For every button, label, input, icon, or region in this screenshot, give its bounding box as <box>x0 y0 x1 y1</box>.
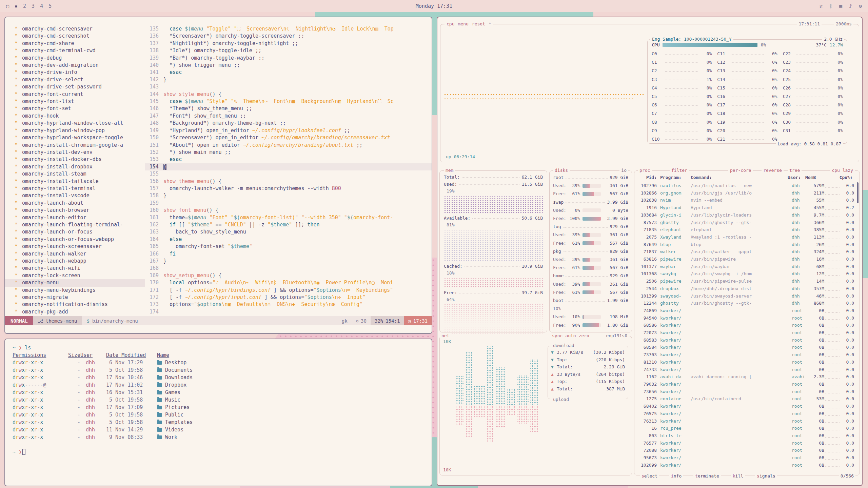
code-line[interactable]: 153 esac <box>145 156 432 163</box>
process-row[interactable]: 1162avahi-daavahi-daemon: running [avahi… <box>638 373 854 381</box>
net-interface[interactable]: enp191s0 <box>604 333 629 338</box>
file-item[interactable]: *omarchy-font-list <box>5 98 145 105</box>
process-row[interactable]: 73656kworker/root0B0.0 <box>638 388 854 395</box>
process-row[interactable]: 74869kworker/root0B0.0 <box>638 307 854 314</box>
screencast-icon[interactable]: ⇄ <box>820 3 823 9</box>
keyboard-layout-icon[interactable]: ▦ <box>839 3 842 9</box>
file-item[interactable]: *omarchy-install-dropbox <box>5 163 145 170</box>
process-row[interactable]: 76313kworker/root0B0.0 <box>638 418 854 425</box>
code-line[interactable]: 163 back_to show_style_menu <box>145 228 432 236</box>
process-row[interactable]: 102638nvimnvim --embeddhh55M0.0 <box>638 197 854 204</box>
file-item[interactable]: *omarchy-dev-add-migration <box>5 62 145 69</box>
file-item[interactable]: *omarchy-debug <box>5 55 145 62</box>
file-item[interactable]: *omarchy-launch-walker <box>5 250 145 258</box>
disks-io-toggle[interactable]: io <box>619 168 628 173</box>
net-mode-sync[interactable]: sync <box>552 333 563 338</box>
code-line[interactable]: 171 [ -f ~/.config/hypr/bindings.conf ] … <box>145 287 432 294</box>
workspace-4[interactable]: 4 <box>40 3 43 9</box>
directory-name[interactable]: Dropbox <box>165 381 186 389</box>
code-line[interactable]: 148 *Background*) omarchy-theme-bg-next … <box>145 120 432 127</box>
directory-name[interactable]: Desktop <box>165 359 186 366</box>
file-item[interactable]: *omarchy-font-set <box>5 105 145 112</box>
process-row[interactable]: 2075XwaylandXwayland :1 -rootless -dhh11… <box>638 233 854 241</box>
code-line[interactable]: 140 *) show_trigger_menu ;; <box>145 62 432 69</box>
process-row[interactable]: 95673kworker/root0B0.0 <box>638 454 854 462</box>
code-line[interactable]: 136 *Screensaver*) omarchy-toggle-screen… <box>145 33 432 40</box>
proc-tab-proc[interactable]: proc <box>638 168 652 173</box>
btop-tab-cpu[interactable]: cpu <box>447 21 454 26</box>
code-line[interactable]: 154} <box>145 163 432 170</box>
code-line[interactable]: 155 <box>145 170 432 178</box>
process-row[interactable]: 1916HyprlandHyprlanddhh455M0.2 <box>638 204 854 211</box>
code-line[interactable]: 147 *Font*) show_font_menu ;; <box>145 113 432 120</box>
btop-tab-menu[interactable]: menu <box>458 21 468 26</box>
code-line[interactable]: 145 case $(menu "Style" "✎ Theme\n✑ Font… <box>145 98 432 105</box>
file-item[interactable]: *omarchy-menu <box>5 279 145 286</box>
process-row[interactable]: 79032kworker/root0B0.0 <box>638 381 854 388</box>
process-row[interactable]: 74733kworker/root0B0.0 <box>638 366 854 373</box>
process-scrollbar[interactable] <box>857 182 859 471</box>
workspace-1-active[interactable]: ▪ <box>15 3 18 9</box>
directory-name[interactable]: Public <box>165 411 183 419</box>
file-item[interactable]: *omarchy-launch-floating-terminal- <box>5 221 145 228</box>
proc-action-kill[interactable]: kill <box>731 473 745 479</box>
refresh-interval[interactable]: 2000ms <box>834 21 853 26</box>
process-row[interactable]: 71837walker/usr/bin/walker --gappldhh324… <box>638 248 854 256</box>
proc-tab-tree[interactable]: tree <box>788 168 802 173</box>
code-line[interactable]: 168 <box>145 265 432 272</box>
process-row[interactable]: 12244ghostty/usr/bin/ghostty --gtk-dhh86… <box>638 300 854 307</box>
code-line[interactable]: 172 [ -f ~/.config/hypr/input.conf ] && … <box>145 294 432 301</box>
code-line[interactable]: 170 local options="♪ Audio\n⌁ Wifi\nᛒ Bl… <box>145 279 432 286</box>
proc-action-signals[interactable]: signals <box>755 473 777 479</box>
process-row[interactable]: 101368swaybg/usr/bin/swaybg -i /homdhh12… <box>638 270 854 278</box>
net-mode-zero[interactable]: zero <box>579 333 589 338</box>
net-mode-auto[interactable]: auto <box>565 333 576 338</box>
code-line[interactable]: 164 else <box>145 236 432 243</box>
code-line[interactable]: 174 <box>145 308 432 316</box>
code-line[interactable]: 157 omarchy-launch-walker -m menus:omarc… <box>145 185 432 192</box>
proc-tab-per-core[interactable]: per-core <box>728 168 753 173</box>
code-line[interactable]: 138 *Idle*) omarchy-toggle-idle ;; <box>145 47 432 54</box>
process-row[interactable]: 68583kworker/root0B0.0 <box>638 337 854 344</box>
file-item[interactable]: *omarchy-notification-dismiss <box>5 301 145 308</box>
process-row[interactable]: 87649btopbtopdhh26M0.0 <box>638 241 854 248</box>
file-item[interactable]: *omarchy-launch-browser <box>5 207 145 214</box>
net-title[interactable]: net <box>440 333 451 338</box>
file-item[interactable]: *omarchy-launch-about <box>5 200 145 207</box>
code-line[interactable]: 141 esac <box>145 69 432 76</box>
file-item[interactable]: *omarchy-cmd-screenshot <box>5 33 145 40</box>
file-item[interactable]: *omarchy-launch-editor <box>5 214 145 221</box>
code-line[interactable]: 149 *Hyprland*) open_in_editor ~/.config… <box>145 127 432 134</box>
code-line[interactable]: 150 *Screensaver*) open_in_editor ~/.con… <box>145 134 432 141</box>
file-item[interactable]: *omarchy-drive-set-password <box>5 83 145 90</box>
code-line[interactable]: 146 *Theme*) show_theme_menu ;; <box>145 105 432 112</box>
directory-name[interactable]: Games <box>165 389 180 396</box>
file-item[interactable]: *omarchy-lock-screen <box>5 272 145 279</box>
active-prompt[interactable]: ~ ❯ <box>13 448 424 456</box>
process-row[interactable]: 68586kworker/root0B0.0 <box>638 322 854 329</box>
file-item[interactable]: *omarchy-launch-screensaver <box>5 243 145 250</box>
code-line[interactable]: 158} <box>145 192 432 199</box>
file-item[interactable]: *omarchy-launch-or-focus-webapp <box>5 236 145 243</box>
process-row[interactable]: 71835elephantelephantdhh385M0.0 <box>638 226 854 233</box>
file-item[interactable]: *omarchy-hook <box>5 113 145 120</box>
process-row[interactable]: 94540kworker/root0B0.0 <box>638 314 854 322</box>
code-line[interactable]: 166 fi <box>145 250 432 258</box>
file-item[interactable]: *omarchy-install-docker-dbs <box>5 156 145 163</box>
code-line[interactable]: 135 case $(menu "Toggle" "⛶ Screensaver\… <box>145 25 432 33</box>
file-item[interactable]: *omarchy-drive-select <box>5 76 145 83</box>
code-line[interactable]: 161 theme=$(menu "Font" "$(omarchy-font-… <box>145 214 432 221</box>
process-row[interactable]: 63816pipewire/usr/bin/pipewiredhh16M0.0 <box>638 256 854 263</box>
process-row[interactable]: 72088kworker/root0B0.0 <box>638 447 854 454</box>
file-item[interactable]: *omarchy-cmd-screensaver <box>5 25 145 33</box>
process-row[interactable]: 102866org.gnom/usr/bin/gjs /usr/lib/odhh… <box>638 189 854 197</box>
process-row[interactable]: 102099kworker/root0B0.0 <box>638 462 854 469</box>
proc-action-terminate[interactable]: terminate <box>693 473 721 479</box>
code-line[interactable]: 143 <box>145 83 432 90</box>
file-item[interactable]: *omarchy-hyprland-workspace-toggle <box>5 134 145 141</box>
code-line[interactable]: 156show_theme_menu() { <box>145 178 432 185</box>
process-row[interactable]: 2544dropbox/home/dhh/.dropbox-distdhh357… <box>638 285 854 292</box>
file-item[interactable]: *omarchy-cmd-share <box>5 40 145 47</box>
file-item[interactable]: *omarchy-cmd-terminal-cwd <box>5 47 145 54</box>
directory-name[interactable]: Videos <box>165 426 183 433</box>
